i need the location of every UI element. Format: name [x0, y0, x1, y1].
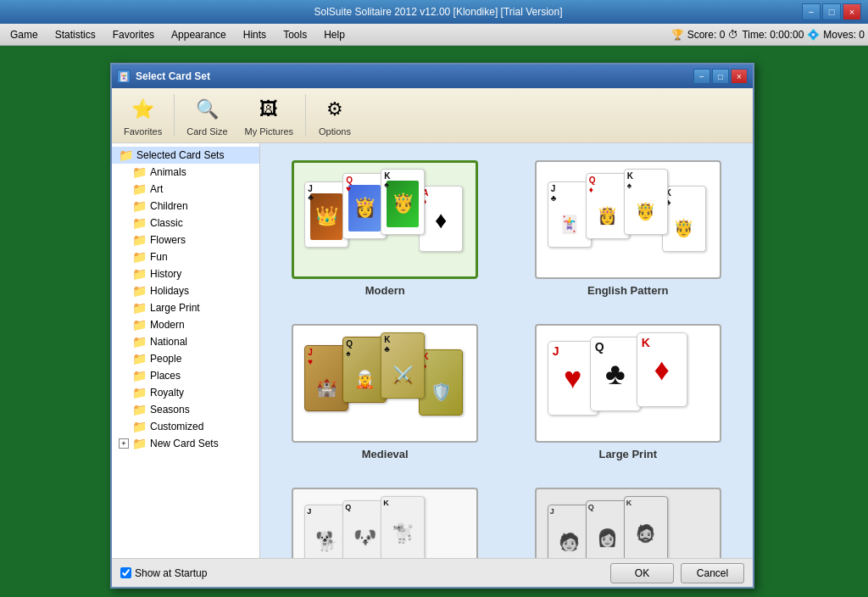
tree-item-people[interactable]: 📁 People — [112, 350, 259, 367]
menu-bar: Game Statistics Favorites Appearance Hin… — [0, 24, 868, 46]
bw-preview[interactable]: J 🧑 Q 👩 K 🧔 — [535, 488, 721, 558]
tree-item-national[interactable]: 📁 National — [112, 333, 259, 350]
tree-item-royalty[interactable]: 📁 Royalty — [112, 384, 259, 401]
content-area: 📁 Selected Card Sets 📁 Animals 📁 Art 📁 C… — [112, 143, 753, 558]
tree-item-selected[interactable]: 📁 Selected Card Sets — [112, 147, 259, 164]
left-panel[interactable]: 📁 Selected Card Sets 📁 Animals 📁 Art 📁 C… — [112, 143, 260, 558]
dogs-preview[interactable]: J 🐕 Q 🐶 K 🐩 — [292, 488, 478, 558]
dialog-maximize[interactable]: □ — [712, 69, 729, 84]
tree-item-large-print[interactable]: 📁 Large Print — [112, 299, 259, 316]
dialog-toolbar: ⭐ Favorites 🔍 Card Size 🖼 My Pictures ⚙ … — [112, 88, 753, 143]
menu-hints[interactable]: Hints — [236, 26, 273, 43]
card-size-icon: 🔍 — [190, 94, 224, 125]
close-button[interactable]: × — [843, 3, 861, 20]
english-pattern-preview[interactable]: J ♣ 🃏 Q ♦ 👸 K — [535, 160, 721, 279]
expand-icon[interactable]: + — [119, 438, 129, 449]
score-value: Score: 0 — [687, 29, 726, 41]
modern-preview[interactable]: J ♣ 👑 Q ♥ 👸 — [292, 160, 478, 279]
folder-icon: 📁 — [132, 420, 147, 433]
folder-icon: 📁 — [132, 403, 147, 416]
tree-item-customized[interactable]: 📁 Customized — [112, 418, 259, 435]
title-bar: SolSuite Solitaire 2012 v12.00 [Klondike… — [0, 0, 868, 24]
menu-favorites[interactable]: Favorites — [106, 26, 161, 43]
card-set-english-pattern[interactable]: J ♣ 🃏 Q ♦ 👸 K — [514, 153, 743, 304]
menu-appearance[interactable]: Appearance — [164, 26, 233, 43]
tree-item-new-card-sets[interactable]: + 📁 New Card Sets — [112, 435, 259, 452]
moves-value: Moves: 0 — [823, 29, 865, 41]
card-size-button[interactable]: 🔍 Card Size — [181, 91, 232, 140]
menu-help[interactable]: Help — [317, 26, 352, 43]
folder-icon: 📁 — [132, 437, 147, 450]
tree-item-animals[interactable]: 📁 Animals — [112, 164, 259, 181]
cancel-button[interactable]: Cancel — [681, 563, 744, 583]
dialog-title-bar: 🃏 Select Card Set − □ × — [112, 64, 753, 88]
moves-display: 💠 Moves: 0 — [807, 29, 865, 41]
options-label: Options — [319, 126, 351, 137]
maximize-button[interactable]: □ — [822, 3, 841, 20]
tree-item-seasons[interactable]: 📁 Seasons — [112, 401, 259, 418]
folder-icon: 📁 — [132, 250, 147, 264]
card-set-dogs[interactable]: J 🐕 Q 🐶 K 🐩 — [270, 481, 500, 558]
my-pictures-label: My Pictures — [245, 126, 293, 137]
card-set-large-print[interactable]: J ♥ Q ♣ K ♦ — [514, 317, 743, 467]
time-display: ⏱ Time: 0:00:00 — [728, 29, 804, 41]
dialog-title-text: Select Card Set — [136, 70, 210, 82]
tree-item-holidays[interactable]: 📁 Holidays — [112, 282, 259, 299]
menu-tools[interactable]: Tools — [276, 26, 314, 43]
card-set-modern[interactable]: J ♣ 👑 Q ♥ 👸 — [270, 153, 500, 304]
folder-icon: 📁 — [132, 386, 147, 399]
large-print-preview[interactable]: J ♥ Q ♣ K ♦ — [535, 324, 721, 443]
folder-icon: 📁 — [132, 369, 147, 382]
folder-icon: 📁 — [132, 199, 147, 213]
favorites-icon: ⭐ — [126, 94, 160, 125]
time-icon: ⏱ — [728, 29, 738, 41]
folder-icon: 📁 — [132, 267, 147, 281]
large-print-label: Large Print — [598, 448, 657, 460]
folder-icon: 📁 — [132, 233, 147, 247]
card-set-medieval[interactable]: J ♥ 🏰 Q ♠ 🧝 K — [270, 317, 500, 467]
dialog-controls[interactable]: − □ × — [693, 69, 748, 84]
tree-item-history[interactable]: 📁 History — [112, 265, 259, 282]
dialog-icon: 🃏 — [117, 70, 131, 83]
show-at-startup-checkbox[interactable] — [120, 567, 131, 578]
time-value: Time: 0:00:00 — [742, 29, 804, 41]
menu-game[interactable]: Game — [3, 26, 45, 43]
main-area: 🃏 Select Card Set − □ × ⭐ Favorites 🔍 Ca… — [0, 46, 868, 575]
tree-item-classic[interactable]: 📁 Classic — [112, 215, 259, 232]
card-set-bw[interactable]: J 🧑 Q 👩 K 🧔 — [514, 481, 743, 558]
window-controls[interactable]: − □ × — [802, 3, 861, 20]
folder-icon: 📁 — [132, 284, 147, 298]
moves-icon: 💠 — [807, 29, 820, 41]
dialog-close[interactable]: × — [731, 69, 748, 84]
minimize-button[interactable]: − — [802, 3, 821, 20]
window-title: SolSuite Solitaire 2012 v12.00 [Klondike… — [75, 6, 802, 18]
options-button[interactable]: ⚙ Options — [313, 91, 357, 140]
tree-item-modern[interactable]: 📁 Modern — [112, 316, 259, 333]
folder-icon: 📁 — [132, 318, 147, 332]
select-card-set-dialog: 🃏 Select Card Set − □ × ⭐ Favorites 🔍 Ca… — [110, 63, 754, 589]
tree-item-children[interactable]: 📁 Children — [112, 198, 259, 215]
folder-icon: 📁 — [132, 216, 147, 230]
dialog-footer: Show at Startup OK Cancel — [112, 558, 753, 587]
dialog-minimize[interactable]: − — [693, 69, 710, 84]
tree-item-art[interactable]: 📁 Art — [112, 181, 259, 198]
card-grid: J ♣ 👑 Q ♥ 👸 — [270, 153, 743, 558]
medieval-label: Medieval — [362, 448, 409, 460]
modern-label: Modern — [365, 284, 405, 297]
tree-item-fun[interactable]: 📁 Fun — [112, 248, 259, 265]
right-panel[interactable]: J ♣ 👑 Q ♥ 👸 — [260, 143, 753, 558]
show-at-startup-area[interactable]: Show at Startup — [120, 567, 207, 579]
medieval-preview[interactable]: J ♥ 🏰 Q ♠ 🧝 K — [292, 324, 478, 443]
tree-item-flowers[interactable]: 📁 Flowers — [112, 232, 259, 248]
score-display: 🏆 Score: 0 — [671, 29, 726, 41]
menu-statistics[interactable]: Statistics — [48, 26, 103, 43]
favorites-button[interactable]: ⭐ Favorites — [119, 91, 167, 140]
tree-item-places[interactable]: 📁 Places — [112, 367, 259, 384]
footer-buttons: OK Cancel — [610, 563, 744, 583]
my-pictures-button[interactable]: 🖼 My Pictures — [240, 91, 298, 140]
score-icon: 🏆 — [671, 29, 684, 41]
english-pattern-label: English Pattern — [587, 284, 668, 297]
ok-button[interactable]: OK — [610, 563, 674, 583]
folder-icon: 📁 — [119, 148, 133, 162]
options-icon: ⚙ — [318, 94, 352, 125]
